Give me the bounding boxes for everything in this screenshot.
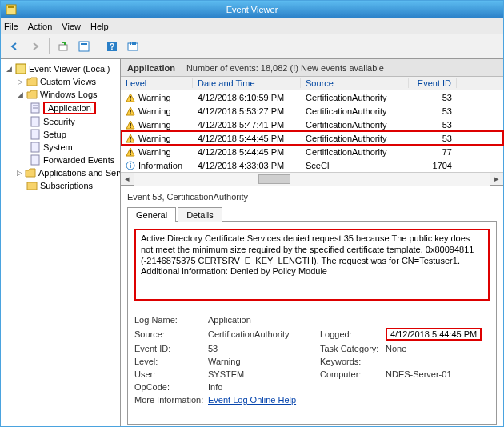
label-opcode: OpCode: [134, 382, 208, 392]
svg-rect-28 [130, 150, 130, 154]
tree-windows-logs[interactable]: ◢ Windows Logs [1, 88, 120, 101]
tab-general[interactable]: General [127, 207, 176, 222]
label-computer: Computer: [320, 369, 386, 379]
scroll-right-icon[interactable]: ▸ [490, 173, 503, 186]
svg-rect-11 [16, 64, 26, 74]
col-source[interactable]: Source [301, 78, 409, 88]
cell-eventid: 53 [409, 106, 457, 116]
menu-action[interactable]: Action [28, 22, 53, 31]
scroll-track[interactable] [134, 173, 490, 186]
log-icon [30, 116, 41, 127]
cell-datetime: 4/12/2018 4:33:03 PM [193, 161, 301, 170]
svg-rect-18 [31, 155, 39, 165]
detail-pane: Event 53, CertificationAuthority General… [121, 185, 503, 426]
toolbar-separator [98, 38, 98, 54]
tab-details[interactable]: Details [178, 207, 222, 222]
warning-icon [126, 147, 135, 157]
cell-datetime: 4/12/2018 5:44:45 PM [193, 147, 301, 157]
svg-rect-10 [134, 42, 136, 45]
cell-datetime: 4/12/2018 6:10:59 PM [193, 93, 301, 102]
value-opcode: Info [208, 382, 320, 392]
info-icon [126, 161, 135, 170]
table-row[interactable]: Warning4/12/2018 5:44:45 PMCertification… [121, 131, 503, 145]
toolbar: ? [1, 34, 503, 58]
link-moreinfo[interactable]: Event Log Online Help [208, 395, 296, 405]
scroll-thumb[interactable] [258, 174, 290, 184]
value-level: Warning [208, 357, 320, 366]
svg-rect-15 [31, 117, 39, 126]
table-row[interactable]: Warning4/12/2018 5:47:41 PMCertification… [121, 118, 503, 131]
cell-level: Warning [138, 147, 171, 157]
svg-rect-27 [130, 140, 130, 141]
cell-datetime: 4/12/2018 5:53:27 PM [193, 106, 301, 116]
cell-source: CertificationAuthority [301, 120, 409, 130]
svg-rect-8 [130, 42, 131, 45]
label-logged: Logged: [320, 329, 386, 339]
pane-header-name: Application [127, 63, 175, 73]
eventviewer-icon [15, 63, 26, 74]
subscriptions-icon [26, 180, 38, 191]
tree-apps-services[interactable]: ▷ Applications and Services Logs [1, 166, 120, 179]
menu-file[interactable]: File [4, 22, 18, 31]
table-row[interactable]: Information4/12/2018 4:33:03 PMSceCli170… [121, 158, 503, 172]
svg-text:?: ? [110, 42, 115, 51]
cell-level: Warning [138, 120, 171, 130]
table-row[interactable]: Warning4/12/2018 5:53:27 PMCertification… [121, 104, 503, 118]
expand-icon[interactable]: ◢ [17, 90, 24, 98]
cell-eventid: 1704 [409, 161, 457, 170]
label-source: Source: [134, 329, 208, 339]
tree-item-security[interactable]: Security [1, 115, 120, 128]
table-row[interactable]: Warning4/12/2018 5:44:45 PMCertification… [121, 145, 503, 158]
expand-icon[interactable]: ▷ [17, 169, 22, 177]
svg-rect-4 [81, 43, 87, 45]
log-icon [30, 102, 41, 114]
back-button[interactable] [6, 38, 23, 55]
cell-eventid: 77 [409, 147, 457, 157]
cell-level: Warning [138, 106, 171, 116]
pane-header: Application Number of events: 18,082 (!)… [121, 59, 503, 77]
svg-rect-23 [130, 113, 130, 114]
action-button[interactable] [54, 38, 72, 55]
tree-item-forwarded[interactable]: Forwarded Events [1, 154, 120, 166]
menu-help[interactable]: Help [90, 22, 109, 31]
svg-rect-1 [8, 6, 14, 8]
tree-item-application[interactable]: Application [1, 101, 120, 115]
tree-root[interactable]: ◢ Event Viewer (Local) [1, 62, 120, 75]
svg-rect-20 [130, 96, 130, 99]
cell-eventid: 53 [409, 93, 457, 102]
cell-eventid: 53 [409, 134, 457, 143]
col-eventid[interactable]: Event ID [409, 78, 457, 88]
cell-source: SceCli [301, 161, 409, 170]
tree-item-setup[interactable]: Setup [1, 128, 120, 141]
label-logname: Log Name: [134, 315, 208, 325]
forward-button[interactable] [26, 38, 44, 55]
expand-icon[interactable]: ◢ [6, 65, 13, 73]
export-button[interactable] [124, 38, 142, 55]
cell-eventid: 53 [409, 120, 457, 130]
col-datetime[interactable]: Date and Time [193, 78, 301, 88]
titlebar: Event Viewer [1, 1, 503, 18]
expand-icon[interactable]: ▷ [17, 78, 24, 86]
folder-icon [25, 167, 36, 178]
horizontal-scrollbar[interactable]: ◂ ▸ [121, 172, 503, 185]
help-button[interactable]: ? [103, 38, 121, 55]
menubar: File Action View Help [1, 18, 503, 34]
value-source: CertificationAuthority [208, 329, 320, 339]
tree-item-system[interactable]: System [1, 141, 120, 154]
label-level: Level: [134, 357, 208, 366]
properties-button[interactable] [75, 38, 93, 55]
body: ◢ Event Viewer (Local) ▷ Custom Views ◢ … [1, 58, 503, 426]
col-level[interactable]: Level [121, 78, 193, 88]
event-description: Active Directory Certificate Services de… [134, 229, 490, 301]
table-row[interactable]: Warning4/12/2018 6:10:59 PMCertification… [121, 90, 503, 104]
tree-subscriptions[interactable]: Subscriptions [1, 179, 120, 192]
menu-view[interactable]: View [62, 22, 81, 31]
cell-level: Warning [138, 134, 171, 143]
svg-rect-16 [31, 130, 39, 139]
svg-rect-9 [132, 42, 134, 45]
label-eventid: Event ID: [134, 344, 208, 353]
scroll-left-icon[interactable]: ◂ [121, 173, 134, 186]
log-icon [30, 142, 41, 153]
warning-icon [126, 134, 135, 143]
tree-custom-views[interactable]: ▷ Custom Views [1, 75, 120, 88]
